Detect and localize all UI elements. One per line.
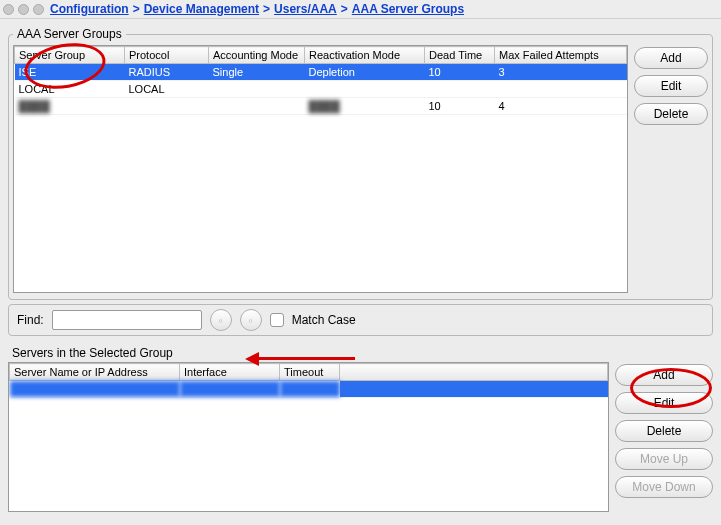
- table-row[interactable]: ████████104: [15, 98, 627, 115]
- group-actions: Add Edit Delete: [634, 45, 708, 293]
- cell-dead-time: [425, 81, 495, 98]
- table-row[interactable]: ISERADIUSSingleDepletion103: [15, 64, 627, 81]
- col-dead-time[interactable]: Dead Time: [425, 47, 495, 64]
- minimize-icon[interactable]: [18, 4, 29, 15]
- col-spacer: [340, 364, 608, 381]
- add-server-button[interactable]: Add: [615, 364, 713, 386]
- col-server-group[interactable]: Server Group: [15, 47, 125, 64]
- cell-protocol: [125, 98, 209, 115]
- crumb-users-aaa[interactable]: Users/AAA: [274, 2, 337, 16]
- crumb-configuration[interactable]: Configuration: [50, 2, 129, 16]
- cell-server-group: LOCAL: [15, 81, 125, 98]
- add-group-button[interactable]: Add: [634, 47, 708, 69]
- cell-max-failed: 4: [495, 98, 627, 115]
- cell-server-group: ████: [15, 98, 125, 115]
- cell-dead-time: 10: [425, 98, 495, 115]
- col-protocol[interactable]: Protocol: [125, 47, 209, 64]
- aaa-groups-panel: AAA Server Groups Server Group Protocol …: [8, 27, 713, 300]
- cell-reactivation-mode: Depletion: [305, 64, 425, 81]
- move-down-button[interactable]: Move Down: [615, 476, 713, 498]
- cell-max-failed: 3: [495, 64, 627, 81]
- servers-section-label: Servers in the Selected Group: [12, 346, 713, 360]
- aaa-groups-legend: AAA Server Groups: [13, 27, 126, 41]
- find-label: Find:: [17, 313, 44, 327]
- col-accounting-mode[interactable]: Accounting Mode: [209, 47, 305, 64]
- servers-table-header: Server Name or IP Address Interface Time…: [10, 364, 608, 381]
- cell-max-failed: [495, 81, 627, 98]
- match-case-checkbox[interactable]: [270, 313, 284, 327]
- delete-group-button[interactable]: Delete: [634, 103, 708, 125]
- match-case-label: Match Case: [292, 313, 356, 327]
- find-input[interactable]: [52, 310, 202, 330]
- find-next-button[interactable]: ◦: [240, 309, 262, 331]
- window-controls: [3, 4, 44, 15]
- crumb-device-management[interactable]: Device Management: [144, 2, 259, 16]
- servers-table[interactable]: Server Name or IP Address Interface Time…: [8, 362, 609, 512]
- edit-server-button[interactable]: Edit: [615, 392, 713, 414]
- move-up-button[interactable]: Move Up: [615, 448, 713, 470]
- cell-reactivation-mode: [305, 81, 425, 98]
- find-prev-button[interactable]: ◦: [210, 309, 232, 331]
- server-actions: Add Edit Delete Move Up Move Down: [615, 362, 713, 512]
- cell-server-name: [10, 381, 180, 398]
- groups-table-header: Server Group Protocol Accounting Mode Re…: [15, 47, 627, 64]
- col-reactivation-mode[interactable]: Reactivation Mode: [305, 47, 425, 64]
- cell-accounting-mode: [209, 98, 305, 115]
- cell-protocol: RADIUS: [125, 64, 209, 81]
- find-bar: Find: ◦ ◦ Match Case: [8, 304, 713, 336]
- col-server-name[interactable]: Server Name or IP Address: [10, 364, 180, 381]
- cell-timeout: [280, 381, 340, 398]
- crumb-sep: >: [337, 2, 352, 16]
- groups-table[interactable]: Server Group Protocol Accounting Mode Re…: [13, 45, 628, 293]
- crumb-sep: >: [259, 2, 274, 16]
- zoom-icon[interactable]: [33, 4, 44, 15]
- crumb-current: AAA Server Groups: [352, 2, 464, 16]
- cell-interface: [180, 381, 280, 398]
- col-interface[interactable]: Interface: [180, 364, 280, 381]
- edit-group-button[interactable]: Edit: [634, 75, 708, 97]
- crumb-sep: >: [129, 2, 144, 16]
- cell-server-group: ISE: [15, 64, 125, 81]
- col-max-failed[interactable]: Max Failed Attempts: [495, 47, 627, 64]
- cell-reactivation-mode: ████: [305, 98, 425, 115]
- cell-dead-time: 10: [425, 64, 495, 81]
- breadcrumb: Configuration > Device Management > User…: [0, 0, 721, 19]
- close-icon[interactable]: [3, 4, 14, 15]
- cell-accounting-mode: [209, 81, 305, 98]
- table-row[interactable]: [10, 381, 608, 398]
- delete-server-button[interactable]: Delete: [615, 420, 713, 442]
- cell-protocol: LOCAL: [125, 81, 209, 98]
- table-row[interactable]: LOCALLOCAL: [15, 81, 627, 98]
- cell-accounting-mode: Single: [209, 64, 305, 81]
- col-timeout[interactable]: Timeout: [280, 364, 340, 381]
- cell-spacer: [340, 381, 608, 398]
